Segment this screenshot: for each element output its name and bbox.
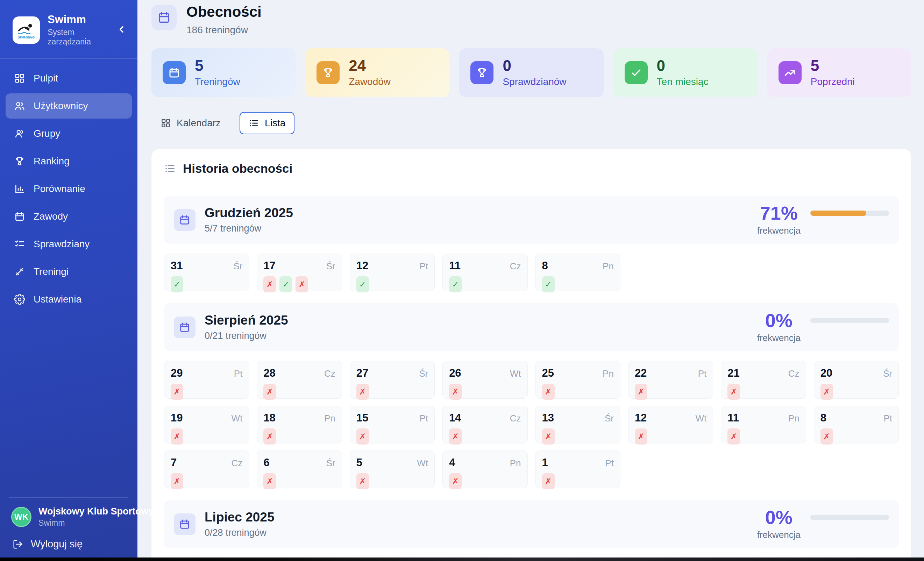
- day-cell[interactable]: 15 Pt ✗: [350, 406, 435, 444]
- sidebar-item-ranking[interactable]: Ranking: [6, 148, 132, 174]
- day-cell[interactable]: 12 Pt ✓: [350, 254, 435, 291]
- list-icon: [249, 118, 259, 128]
- sidebar-collapse-button[interactable]: [117, 24, 127, 36]
- day-cell[interactable]: 13 Śr ✗: [536, 406, 620, 444]
- day-number: 26: [449, 367, 461, 380]
- attendance-history-card: Historia obecności Grudzień 2025 5/7 tre…: [152, 149, 911, 561]
- sidebar-item-grupy[interactable]: Grupy: [6, 121, 132, 146]
- day-cell[interactable]: 6 Śr ✗: [257, 450, 342, 488]
- stat-value: 0: [657, 58, 709, 74]
- stat-value: 5: [811, 58, 855, 74]
- day-weekday: Śr: [326, 458, 335, 469]
- attendance-mark-icon: ✓: [449, 276, 462, 292]
- day-cell[interactable]: 28 Cz ✗: [257, 361, 342, 399]
- trophy-icon: [316, 61, 340, 84]
- sidebar-item-label: Sprawdziany: [34, 238, 90, 250]
- months-list: Grudzień 2025 5/7 treningów 71% frekwenc…: [164, 196, 899, 561]
- day-weekday: Wt: [510, 368, 521, 379]
- day-cell[interactable]: 20 Śr ✗: [814, 361, 899, 399]
- day-cell[interactable]: 29 Pt ✗: [164, 361, 249, 399]
- day-cell[interactable]: 27 Śr ✗: [350, 361, 435, 399]
- sidebar-item-label: Ranking: [34, 156, 70, 167]
- tab-lista[interactable]: Lista: [240, 112, 294, 134]
- history-title: Historia obecności: [183, 162, 292, 176]
- day-cell[interactable]: 26 Wt ✗: [442, 361, 527, 399]
- checklist-icon: [14, 238, 25, 250]
- day-number: 12: [356, 260, 368, 272]
- attendance-progress-bar: [810, 210, 889, 216]
- stat-card-ten-miesiac: 0 Ten miesiąc: [614, 48, 758, 97]
- users-icon: [14, 100, 25, 112]
- attendance-progress-bar: [810, 515, 889, 520]
- page-header-icon-box: [152, 5, 177, 30]
- month-attendance: 0% frekwencja: [757, 508, 889, 540]
- logout-button[interactable]: Wyloguj się: [9, 531, 128, 552]
- attendance-marks: ✗: [542, 384, 614, 400]
- day-number: 18: [263, 412, 275, 424]
- day-cell[interactable]: 1 Pt ✗: [536, 450, 620, 488]
- day-number: 13: [542, 412, 554, 424]
- grid-icon: [160, 118, 171, 128]
- sidebar-item-porownanie[interactable]: Porównanie: [6, 176, 132, 201]
- day-weekday: Wt: [417, 458, 428, 469]
- swimmer-logo-icon: SWIMMING: [16, 20, 37, 40]
- day-number: 11: [449, 260, 460, 272]
- day-cell[interactable]: 25 Pn ✗: [536, 361, 620, 399]
- day-cell[interactable]: 22 Pt ✗: [628, 361, 713, 399]
- sidebar-item-sprawdziany[interactable]: Sprawdziany: [6, 231, 132, 257]
- day-cell[interactable]: 5 Wt ✗: [350, 450, 435, 488]
- month-name: Grudzień 2025: [205, 206, 293, 220]
- day-cell[interactable]: 21 Cz ✗: [721, 361, 806, 399]
- day-weekday: Cz: [231, 458, 243, 469]
- month-section: Grudzień 2025 5/7 treningów 71% frekwenc…: [164, 196, 899, 291]
- day-cell-header: 26 Wt: [449, 367, 521, 380]
- day-cell[interactable]: 19 Wt ✗: [164, 406, 249, 444]
- tab-kalendarz[interactable]: Kalendarz: [152, 112, 230, 134]
- user-profile[interactable]: WK Wojskowy Klub Sportowy ... Swimm: [9, 497, 128, 531]
- day-cell[interactable]: 31 Śr ✓: [164, 254, 249, 291]
- day-cell[interactable]: 11 Cz ✓: [442, 254, 527, 291]
- day-cell[interactable]: 12 Wt ✗: [628, 406, 713, 444]
- day-cell[interactable]: 11 Pn ✗: [721, 406, 806, 444]
- month-header: Sierpień 2025 0/21 treningów 0% frekwenc…: [164, 303, 899, 351]
- day-cell[interactable]: 8 Pn ✓: [536, 254, 620, 291]
- day-number: 7: [171, 456, 177, 469]
- day-cell[interactable]: 17 Śr ✗ ✓: [257, 254, 342, 291]
- day-cell-header: 8 Pn: [542, 260, 614, 272]
- sidebar-item-ustawienia[interactable]: Ustawienia: [6, 287, 132, 312]
- attendance-mark-icon: ✗: [171, 429, 183, 444]
- attendance-mark-icon: ✗: [635, 384, 647, 400]
- day-number: 1: [542, 456, 548, 469]
- stat-text: 0 Sprawdzianów: [502, 58, 566, 87]
- month-summary: 0/21 treningów: [205, 330, 288, 341]
- day-cell[interactable]: 18 Pn ✗: [257, 406, 342, 444]
- day-number: 14: [449, 412, 461, 424]
- attendance-mark-icon: ✗: [728, 384, 740, 400]
- day-weekday: Śr: [605, 413, 614, 424]
- sidebar-item-label: Zawody: [34, 211, 68, 222]
- day-cell-header: 17 Śr: [263, 260, 335, 272]
- day-cell-header: 18 Pn: [263, 412, 335, 424]
- sidebar-item-treningi[interactable]: Treningi: [6, 259, 132, 284]
- screen-edge-bar: [0, 558, 924, 561]
- attendance-marks: ✓: [356, 276, 428, 292]
- day-cell[interactable]: 14 Cz ✗: [442, 406, 527, 444]
- day-cell[interactable]: 7 Cz ✗: [164, 450, 249, 488]
- day-number: 11: [728, 412, 739, 424]
- attendance-marks: ✗: [820, 384, 892, 400]
- day-cell[interactable]: 8 Pt ✗: [814, 406, 899, 444]
- day-weekday: Wt: [231, 413, 243, 424]
- svg-text:SWIMMING: SWIMMING: [18, 35, 34, 39]
- month-attendance: 71% frekwencja: [757, 204, 889, 236]
- attendance-percent: 0%: [757, 311, 801, 330]
- attendance-mark-icon: ✗: [263, 473, 276, 489]
- stat-text: 5 Treningów: [195, 58, 240, 87]
- sidebar-item-pulpit[interactable]: Pulpit: [6, 66, 132, 91]
- sidebar-item-uzytkownicy[interactable]: Użytkownicy: [6, 93, 132, 118]
- sidebar-item-zawody[interactable]: Zawody: [6, 204, 132, 229]
- day-cell[interactable]: 4 Pn ✗: [442, 450, 527, 488]
- stat-value: 24: [349, 58, 391, 74]
- day-cell-header: 4 Pn: [449, 456, 521, 469]
- attendance-marks: ✗: [171, 429, 242, 444]
- attendance-marks: ✗: [263, 384, 335, 400]
